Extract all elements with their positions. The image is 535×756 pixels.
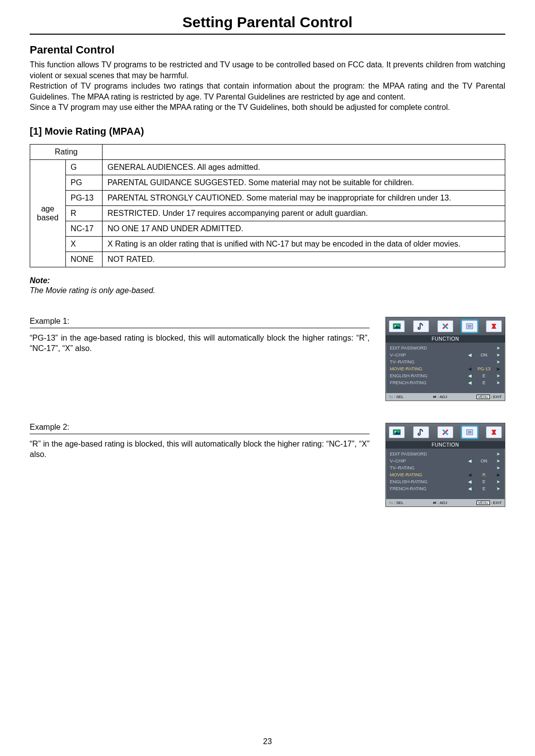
right-arrow-icon: ➤ [496, 353, 501, 357]
osd-footer: ↑↓ : SEL ⇄ : ADJ MENU: EXIT [386, 499, 505, 506]
osd-foot-adj: : ADJ [438, 395, 447, 399]
osd-title: FUNCTION [386, 441, 505, 449]
intro-p2: Restriction of TV programs includes two … [30, 81, 505, 102]
table-row: PG-13 PARENTAL STRONGLY CAUTIONED. Some … [30, 190, 505, 205]
right-arrow-icon: ➤ [496, 346, 501, 351]
osd-item-label: FRENCH-RATING [390, 380, 467, 385]
osd-item-value: ON [472, 458, 496, 463]
rating-desc: PARENTAL GUIDANCE SUGGESTED. Some materi… [103, 175, 505, 190]
rating-code: X [65, 236, 103, 252]
right-arrow-icon: ➤ [496, 380, 501, 385]
osd-item-value: E [472, 486, 496, 491]
osd-foot-sel: : SEL [394, 395, 404, 399]
svg-point-10 [395, 431, 396, 432]
osd-item-label: TV–RATING [390, 465, 467, 470]
osd-foot-sel: : SEL [394, 501, 404, 505]
osd-title: FUNCTION [386, 335, 505, 343]
osd-item-value: E [472, 479, 496, 484]
tools-tab-icon [437, 426, 453, 438]
table-row: NONE NOT RATED. [30, 252, 505, 267]
page-title: Setting Parental Control [30, 14, 505, 34]
setup-tab-icon [486, 320, 502, 332]
table-row: R RESTRICTED. Under 17 requires accompan… [30, 205, 505, 221]
right-arrow-icon: ➤ [496, 359, 501, 364]
example-2-body: “R” in the age-based rating is blocked, … [30, 439, 370, 460]
audio-tab-icon [413, 426, 429, 438]
right-arrow-icon: ➤ [496, 486, 501, 491]
table-row: PG PARENTAL GUIDANCE SUGGESTED. Some mat… [30, 175, 505, 190]
example-2-title: Example 2: [30, 423, 370, 432]
leftright-arrow-icon: ⇄ [433, 501, 436, 505]
age-based-line1: age [41, 204, 54, 213]
right-arrow-icon: ▶ [496, 472, 501, 477]
osd-item-value: E [472, 373, 496, 378]
osd-item-label: V–CHIP [390, 353, 467, 357]
osd-item-label: MOVIE-RATING [390, 366, 467, 371]
osd-body: EDIT PASSWORD➤ V–CHIP◀ON➤ TV–RATING➤ MOV… [386, 449, 505, 499]
left-arrow-icon: ◀ [467, 353, 472, 357]
right-arrow-icon: ➤ [496, 458, 501, 463]
osd-item-label: MOVIE-RATING [390, 472, 467, 477]
intro-p1: This function allows TV programs to be r… [30, 59, 505, 81]
rating-code: R [65, 205, 103, 221]
menu-button-icon: MENU [477, 501, 490, 505]
setup-tab-icon [486, 426, 502, 438]
osd-item-label: V–CHIP [390, 458, 467, 463]
table-row: age based G GENERAL AUDIENCES. All ages … [30, 159, 505, 175]
example-1-title: Example 1: [30, 317, 370, 326]
title-rule [30, 34, 505, 35]
menu-button-icon: MENU [477, 395, 490, 399]
rating-code: NC-17 [65, 221, 103, 236]
left-arrow-icon: ◀ [467, 380, 472, 385]
rating-code: NONE [65, 252, 103, 267]
rating-desc: NOT RATED. [103, 252, 505, 267]
osd-item-label: EDIT PASSWORD [390, 346, 467, 351]
rating-desc: X Rating is an older rating that is unif… [103, 236, 505, 252]
osd-foot-exit: : EXIT [491, 395, 502, 399]
left-arrow-icon: ◀ [467, 479, 472, 484]
osd-item-label: TV–RATING [390, 359, 467, 364]
age-based-label: age based [30, 159, 66, 267]
note-label: Note: [30, 276, 505, 285]
right-arrow-icon: ➤ [496, 452, 501, 456]
right-arrow-icon: ▶ [496, 366, 501, 371]
table-row: X X Rating is an older rating that is un… [30, 236, 505, 252]
intro-p3: Since a TV program may use either the MP… [30, 102, 505, 113]
osd-item-label: EDIT PASSWORD [390, 452, 467, 456]
note-body: The Movie rating is only age-based. [30, 286, 505, 295]
picture-tab-icon [389, 426, 405, 438]
osd-screenshot-2: FUNCTION EDIT PASSWORD➤ V–CHIP◀ON➤ TV–RA… [385, 423, 505, 507]
rating-code: G [65, 159, 103, 175]
rating-code: PG [65, 175, 103, 190]
example-1-rule [30, 328, 370, 328]
rating-desc: PARENTAL STRONGLY CAUTIONED. Some materi… [103, 190, 505, 205]
left-arrow-icon: ◀ [467, 373, 472, 378]
osd-foot-adj: : ADJ [438, 501, 447, 505]
updown-arrow-icon: ↑↓ [389, 501, 393, 505]
left-arrow-icon: ◀ [467, 458, 472, 463]
tools-tab-icon [437, 320, 453, 332]
left-arrow-icon: ◀ [467, 472, 472, 477]
table-row: NC-17 NO ONE 17 AND UNDER ADMITTED. [30, 221, 505, 236]
desc-header [103, 144, 505, 159]
updown-arrow-icon: ↑↓ [389, 395, 393, 399]
rating-desc: GENERAL AUDIENCES. All ages admitted. [103, 159, 505, 175]
age-based-line2: based [37, 213, 58, 222]
osd-item-value: E [472, 380, 496, 385]
movie-rating-heading: [1] Movie Rating (MPAA) [30, 126, 505, 137]
osd-item-label: ENGLISH-RATING [390, 373, 467, 378]
osd-item-value: PG-13 [472, 366, 496, 371]
function-tab-icon [462, 426, 478, 438]
osd-tab-bar [386, 317, 505, 335]
right-arrow-icon: ➤ [496, 373, 501, 378]
svg-point-1 [395, 325, 396, 326]
osd-foot-exit: : EXIT [491, 501, 502, 505]
table-header-row: Rating [30, 144, 505, 159]
left-arrow-icon: ◀ [467, 366, 472, 371]
audio-tab-icon [413, 320, 429, 332]
right-arrow-icon: ➤ [496, 479, 501, 484]
leftright-arrow-icon: ⇄ [433, 395, 436, 399]
page-number: 23 [0, 737, 535, 746]
picture-tab-icon [389, 320, 405, 332]
parental-control-heading: Parental Control [30, 44, 505, 56]
